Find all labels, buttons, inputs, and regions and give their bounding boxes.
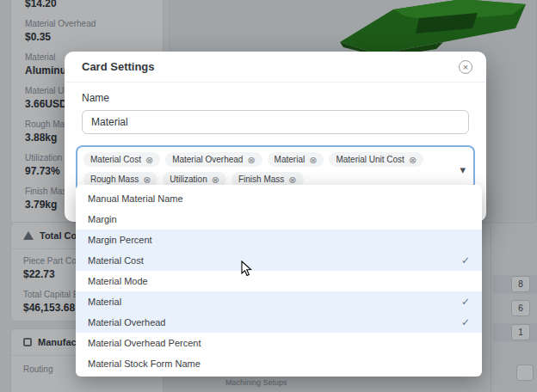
chip-material-overhead[interactable]: Material Overhead ⊗	[165, 152, 262, 167]
chip-label: Rough Mass	[90, 175, 139, 184]
chip-label: Finish Mass	[238, 175, 284, 184]
chip-label: Material Cost	[90, 155, 141, 164]
option-material-mode[interactable]: Material Mode	[76, 271, 482, 291]
chip-remove-icon[interactable]: ⊗	[288, 175, 296, 184]
chip-material[interactable]: Material ⊗	[268, 152, 324, 167]
fields-dropdown-list: Manual Material Name Margin Margin Perce…	[76, 185, 482, 377]
modal-title: Card Settings	[82, 60, 155, 73]
option-label: Manual Material Name	[88, 193, 183, 204]
chip-remove-icon[interactable]: ⊗	[409, 156, 417, 164]
name-label: Name	[82, 92, 469, 104]
chip-remove-icon[interactable]: ⊗	[145, 156, 153, 164]
name-input[interactable]	[82, 110, 469, 134]
check-icon: ✓	[461, 316, 470, 328]
app-screen: $14.20 Material Overhead $0.35 Material …	[0, 0, 537, 392]
option-label: Material Overhead	[88, 317, 166, 328]
modal-header: Card Settings ×	[65, 52, 486, 83]
option-material[interactable]: Material ✓	[76, 291, 482, 312]
chip-remove-icon[interactable]: ⊗	[247, 156, 255, 164]
chip-label: Material	[275, 155, 306, 164]
chevron-down-icon[interactable]: ▾	[460, 163, 466, 176]
option-margin[interactable]: Margin	[76, 209, 482, 230]
option-label: Material Stock Form Name	[88, 358, 201, 369]
option-label: Material Mode	[88, 276, 148, 286]
check-icon: ✓	[461, 296, 470, 308]
check-icon: ✓	[461, 254, 470, 266]
option-material-overhead-percent[interactable]: Material Overhead Percent	[76, 333, 482, 353]
chip-remove-icon[interactable]: ⊗	[212, 175, 219, 184]
option-manual-material-name[interactable]: Manual Material Name	[76, 188, 482, 209]
option-label: Margin	[88, 214, 117, 224]
chip-remove-icon[interactable]: ⊗	[309, 156, 317, 164]
chip-remove-icon[interactable]: ⊗	[143, 175, 151, 184]
option-material-overhead[interactable]: Material Overhead ✓	[76, 312, 482, 333]
mouse-cursor	[241, 260, 253, 278]
option-label: Material Cost	[88, 255, 144, 266]
chip-material-cost[interactable]: Material Cost ⊗	[83, 152, 160, 167]
option-label: Margin Percent	[88, 235, 152, 245]
chip-label: Utilization	[170, 175, 207, 184]
chip-label: Material Unit Cost	[336, 155, 404, 164]
option-material-cost[interactable]: Material Cost ✓	[76, 250, 482, 271]
option-material-stock-form-name[interactable]: Material Stock Form Name	[76, 353, 482, 374]
option-label: Material Overhead Percent	[88, 338, 201, 348]
option-margin-percent[interactable]: Margin Percent	[76, 230, 482, 250]
option-label: Material	[88, 297, 121, 307]
chip-label: Material Overhead	[172, 155, 243, 164]
chip-material-unit-cost[interactable]: Material Unit Cost ⊗	[329, 152, 423, 167]
close-icon[interactable]: ×	[459, 60, 472, 74]
